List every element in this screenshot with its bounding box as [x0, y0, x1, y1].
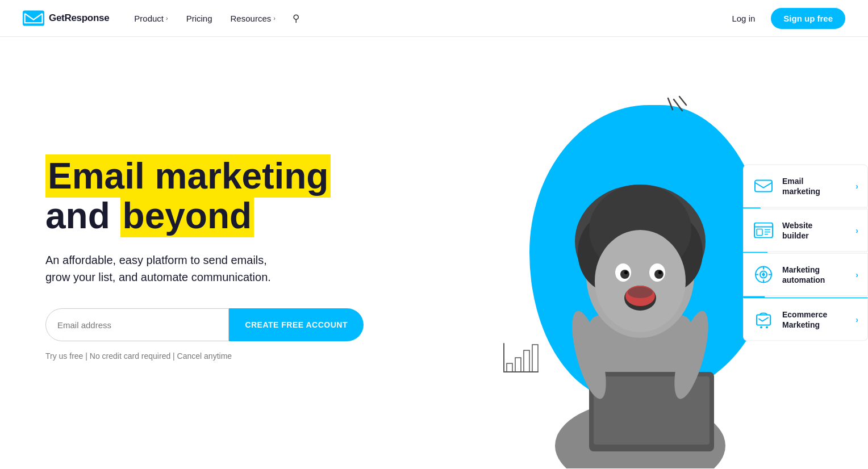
pricing-label: Pricing [186, 14, 212, 23]
marketing-automation-chevron-icon: › [856, 270, 858, 279]
marketing-automation-icon [753, 264, 774, 286]
hero-section: Email marketing and beyond An affordable… [0, 37, 868, 468]
headline-line2: and beyond [45, 194, 254, 237]
nav-right: Log in Sign up free [725, 8, 845, 29]
headline-beyond-highlight: beyond [120, 194, 254, 237]
website-builder-label: Websitebuilder [782, 220, 848, 240]
svg-rect-0 [23, 10, 44, 26]
ecommerce-marketing-icon [753, 309, 774, 330]
nav-item-pricing[interactable]: Pricing [178, 9, 220, 28]
ecommerce-marketing-chevron-icon: › [856, 315, 858, 324]
hero-right: Emailmarketing › Websitebuilder › [477, 37, 868, 468]
email-marketing-label: Emailmarketing [782, 175, 848, 196]
svg-point-14 [658, 271, 662, 274]
svg-point-11 [620, 270, 629, 279]
svg-rect-31 [755, 181, 772, 192]
svg-marker-44 [762, 273, 765, 277]
navbar: GetResponse Product › Pricing Resources … [0, 0, 868, 37]
nav-links: Product › Pricing Resources › ⚲ [126, 8, 725, 28]
svg-rect-27 [507, 363, 512, 372]
feature-cards: Emailmarketing › Websitebuilder › [743, 165, 868, 341]
svg-rect-28 [515, 358, 521, 372]
person-illustration [532, 116, 748, 468]
svg-point-8 [595, 230, 686, 332]
website-builder-chevron-icon: › [856, 226, 858, 235]
trust-text: Try us free | No credit card required | … [45, 351, 477, 361]
svg-rect-34 [757, 229, 762, 236]
product-label: Product [134, 14, 164, 23]
feature-card-ecommerce-marketing[interactable]: EcommerceMarketing › [743, 298, 868, 341]
create-account-button[interactable]: CREATE FREE ACCOUNT [229, 308, 364, 341]
svg-rect-30 [532, 345, 538, 372]
search-button[interactable]: ⚲ [286, 8, 306, 28]
svg-point-46 [760, 326, 762, 329]
svg-line-23 [679, 97, 686, 105]
email-input[interactable] [45, 308, 229, 341]
nav-item-resources[interactable]: Resources › [223, 9, 283, 28]
ecommerce-marketing-label: EcommerceMarketing [782, 309, 848, 329]
logo-icon [23, 10, 44, 26]
hero-subtext: An affordable, easy platform to send ema… [45, 252, 341, 286]
login-button[interactable]: Log in [725, 9, 762, 28]
email-marketing-chevron-icon: › [856, 182, 858, 191]
svg-line-22 [674, 99, 682, 111]
headline-highlighted: Email marketing [45, 154, 331, 198]
search-icon: ⚲ [293, 12, 299, 24]
marketing-automation-label: Marketingautomation [782, 264, 848, 284]
doodle-chart [501, 338, 541, 378]
resources-chevron-icon: › [273, 15, 276, 22]
hero-left: Email marketing and beyond An affordable… [0, 37, 477, 468]
feature-card-marketing-automation[interactable]: Marketingautomation › [743, 253, 868, 296]
logo[interactable]: GetResponse [23, 10, 109, 26]
resources-label: Resources [231, 14, 272, 23]
svg-point-47 [766, 326, 768, 329]
svg-point-12 [654, 270, 663, 279]
signup-button[interactable]: Sign up free [771, 8, 845, 29]
logo-text: GetResponse [49, 12, 109, 24]
nav-item-product[interactable]: Product › [126, 9, 176, 28]
feature-card-email-marketing[interactable]: Emailmarketing › [743, 165, 868, 208]
email-marketing-icon [753, 175, 774, 197]
website-builder-icon [753, 220, 774, 241]
doodle-sparkle [645, 94, 691, 139]
cta-row: CREATE FREE ACCOUNT [45, 308, 364, 341]
hero-headline: Email marketing and beyond [45, 156, 432, 236]
product-chevron-icon: › [166, 15, 168, 22]
svg-line-24 [668, 98, 673, 110]
feature-card-website-builder[interactable]: Websitebuilder › [743, 209, 868, 252]
svg-point-13 [624, 271, 628, 274]
svg-point-17 [628, 287, 653, 298]
svg-rect-29 [524, 350, 529, 372]
